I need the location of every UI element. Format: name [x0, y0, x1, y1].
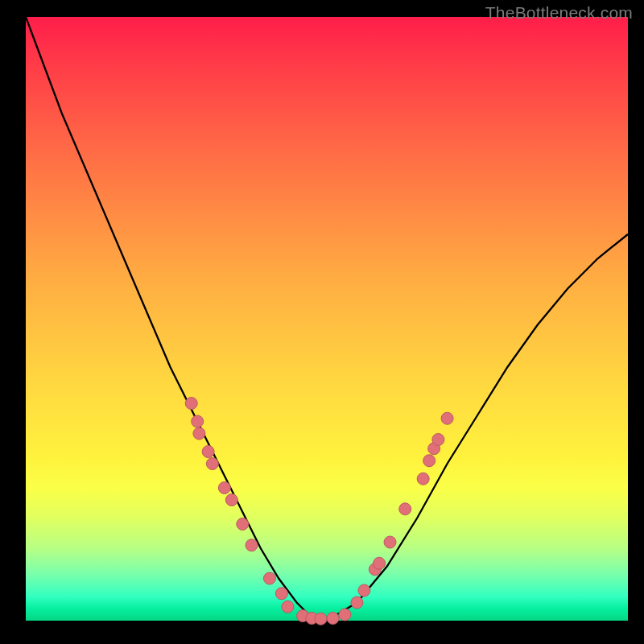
- data-marker: [327, 613, 339, 625]
- data-marker: [441, 412, 453, 424]
- data-marker: [351, 597, 363, 609]
- data-marker: [237, 518, 249, 530]
- data-markers: [185, 398, 453, 625]
- data-marker: [206, 458, 218, 470]
- data-marker: [384, 536, 396, 548]
- data-marker: [218, 482, 230, 494]
- data-marker: [202, 446, 214, 458]
- data-marker: [358, 584, 370, 597]
- plot-area: [26, 17, 628, 621]
- data-marker: [374, 557, 386, 569]
- data-marker: [399, 503, 411, 515]
- data-marker: [432, 434, 444, 446]
- data-marker: [185, 398, 197, 410]
- data-marker: [263, 572, 275, 584]
- chart-svg: [26, 17, 628, 621]
- data-marker: [282, 601, 294, 613]
- data-marker: [275, 588, 287, 600]
- data-marker: [417, 473, 429, 485]
- bottleneck-curve: [26, 17, 628, 621]
- data-marker: [193, 427, 205, 440]
- watermark-text: TheBottleneck.com: [485, 3, 633, 23]
- data-marker: [192, 415, 204, 427]
- chart-frame: TheBottleneck.com: [0, 0, 644, 644]
- data-marker: [423, 455, 436, 467]
- data-marker: [246, 539, 258, 551]
- data-marker: [225, 494, 237, 506]
- data-marker: [315, 613, 327, 625]
- data-marker: [339, 609, 351, 621]
